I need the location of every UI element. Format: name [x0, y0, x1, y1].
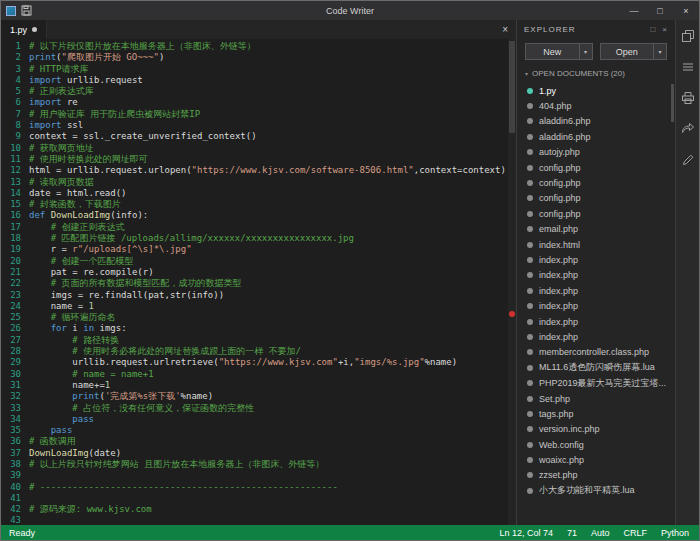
code-line[interactable]: 16def DownLoadImg(info): — [1, 210, 516, 221]
tab-1py[interactable]: 1.py — [1, 20, 47, 39]
file-item[interactable]: 1.py — [517, 83, 675, 98]
code-line[interactable]: 31 name+=1 — [1, 380, 516, 391]
code-line[interactable]: 23 imgs = re.findall(pat,str(info)) — [1, 290, 516, 301]
file-item[interactable]: config.php — [517, 160, 675, 175]
file-item[interactable]: tags.php — [517, 406, 675, 421]
file-item[interactable]: index.php — [517, 329, 675, 344]
open-button-label[interactable]: Open — [601, 44, 654, 59]
file-item[interactable]: woaixc.php — [517, 452, 675, 467]
code-line[interactable]: 11# 使用时替换此处的网址即可 — [1, 154, 516, 165]
code-line[interactable]: 43 — [1, 515, 516, 525]
file-item[interactable]: index.php — [517, 314, 675, 329]
maximize-button[interactable]: □ — [647, 1, 673, 20]
code-line[interactable]: 25 # 循环遍历命名 — [1, 312, 516, 323]
file-item[interactable]: aladdin6.php — [517, 114, 675, 129]
code-line[interactable]: 28 # 使用时务必将此处的网址替换成跟上面的一样 不要加/ — [1, 346, 516, 357]
tab-close-icon[interactable]: × — [494, 20, 516, 39]
editor-scrollbar[interactable] — [508, 39, 516, 525]
code-line[interactable]: 26 for i in imgs: — [1, 323, 516, 334]
code-line[interactable]: 2print("爬取图片开始 GO~~~") — [1, 52, 516, 63]
code-line[interactable]: 3# HTTP请求库 — [1, 64, 516, 75]
code-line[interactable]: 41 — [1, 493, 516, 504]
file-item[interactable]: version.inc.php — [517, 422, 675, 437]
code-line[interactable]: 10# 获取网页地址 — [1, 143, 516, 154]
panel-close-icon[interactable]: × — [662, 25, 668, 34]
new-button[interactable]: New ▾ — [525, 43, 593, 60]
file-item[interactable]: zzset.php — [517, 468, 675, 483]
copy-icon[interactable] — [680, 28, 696, 44]
close-button[interactable]: × — [673, 1, 699, 20]
code-line[interactable]: 6import re — [1, 97, 516, 108]
code-line[interactable]: 22 # 页面的所有数据和模型匹配，成功的数据类型 — [1, 278, 516, 289]
status-item[interactable]: Auto — [591, 528, 610, 538]
code-line[interactable]: 13# 读取网页数据 — [1, 177, 516, 188]
code-line[interactable]: 9context = ssl._create_unverified_contex… — [1, 131, 516, 142]
file-item[interactable]: email.php — [517, 222, 675, 237]
code-line[interactable]: 40# ------------------------------------… — [1, 482, 516, 493]
file-name: woaixc.php — [539, 455, 584, 465]
code-line[interactable]: 4import urllib.request — [1, 75, 516, 86]
file-item[interactable]: Web.config — [517, 437, 675, 452]
code-line[interactable]: 20 # 创建一个匹配模型 — [1, 256, 516, 267]
code-line[interactable]: 35 pass — [1, 425, 516, 436]
file-item[interactable]: index.php — [517, 252, 675, 267]
file-item[interactable]: index.php — [517, 268, 675, 283]
save-icon[interactable] — [21, 5, 32, 16]
code-line[interactable]: 17 # 创建正则表达式 — [1, 222, 516, 233]
print-icon[interactable] — [680, 90, 696, 106]
code-line[interactable]: 32 print('完成第%s张下载'%name) — [1, 391, 516, 402]
status-item[interactable]: 71 — [567, 528, 577, 538]
code-line[interactable]: 38# 以上片段只针对纯梦网站 且图片放在本地服务器上（非图床、外链等） — [1, 459, 516, 470]
panel-maximize-icon[interactable]: □ — [650, 25, 656, 34]
code-line[interactable]: 14date = html.read() — [1, 188, 516, 199]
status-item[interactable]: Ln 12, Col 74 — [499, 528, 553, 538]
file-item[interactable]: aladdin6.php — [517, 129, 675, 144]
file-item[interactable]: config.php — [517, 175, 675, 190]
editor-scrollbar-thumb[interactable] — [509, 41, 515, 133]
file-item[interactable]: Set.php — [517, 391, 675, 406]
code-line[interactable]: 12html = urllib.request.urlopen("https:/… — [1, 165, 516, 176]
code-line[interactable]: 30 # name = name+1 — [1, 369, 516, 380]
code-line[interactable]: 37DownLoadImg(date) — [1, 448, 516, 459]
edit-icon[interactable] — [680, 152, 696, 168]
file-item[interactable]: autojy.php — [517, 145, 675, 160]
share-icon[interactable] — [680, 121, 696, 137]
new-button-label[interactable]: New — [526, 44, 579, 59]
code-line[interactable]: 27 # 路径转换 — [1, 335, 516, 346]
code-line[interactable]: 5# 正则表达式库 — [1, 86, 516, 97]
code-line[interactable]: 19 r = r"/uploads[^\s]*\.jpg" — [1, 244, 516, 255]
code-line[interactable]: 39 — [1, 470, 516, 481]
file-item[interactable]: 404.php — [517, 98, 675, 113]
code-editor[interactable]: 1# 以下片段仅图片放在本地服务器上（非图床、外链等）2print("爬取图片开… — [1, 39, 516, 525]
menu-icon[interactable] — [680, 59, 696, 75]
file-item[interactable]: membercontroller.class.php — [517, 345, 675, 360]
new-caret-icon[interactable]: ▾ — [579, 44, 592, 59]
status-item[interactable]: Python — [661, 528, 689, 538]
file-item[interactable]: config.php — [517, 191, 675, 206]
open-button[interactable]: Open ▾ — [600, 43, 668, 60]
code-line[interactable]: 24 name = 1 — [1, 301, 516, 312]
code-line[interactable]: 34 pass — [1, 414, 516, 425]
minimize-button[interactable]: — — [621, 1, 647, 20]
file-item[interactable]: 小大多功能和平精英.lua — [517, 483, 675, 498]
file-item[interactable]: ML11.6透色防闪瞬伤屏幕.lua — [517, 360, 675, 375]
code-line[interactable]: 8import ssl — [1, 120, 516, 131]
status-item[interactable]: CRLF — [623, 528, 647, 538]
file-item[interactable]: index.php — [517, 283, 675, 298]
code-line[interactable]: 1# 以下片段仅图片放在本地服务器上（非图床、外链等） — [1, 41, 516, 52]
file-item[interactable]: config.php — [517, 206, 675, 221]
file-list-scrollbar[interactable] — [671, 84, 674, 122]
code-line[interactable]: 21 pat = re.compile(r) — [1, 267, 516, 278]
open-documents-section[interactable]: ▾ OPEN DOCUMENTS (20) — [517, 66, 675, 82]
file-item[interactable]: index.php — [517, 298, 675, 313]
code-line[interactable]: 7# 用户验证库 用于防止爬虫被网站封禁IP — [1, 109, 516, 120]
code-line[interactable]: 15# 封装函数，下载图片 — [1, 199, 516, 210]
open-caret-icon[interactable]: ▾ — [653, 44, 666, 59]
code-line[interactable]: 33 # 占位符，没有任何意义，保证函数的完整性 — [1, 403, 516, 414]
file-item[interactable]: PHP2019最新大马完美过宝塔... — [517, 375, 675, 390]
code-line[interactable]: 18 # 匹配图片链接 /uploads/allimg/xxxxxx/xxxxx… — [1, 233, 516, 244]
code-line[interactable]: 36# 函数调用 — [1, 436, 516, 447]
code-line[interactable]: 29 urllib.request.urlretrieve("https://w… — [1, 357, 516, 368]
code-line[interactable]: 42# 源码来源: www.kjsv.com — [1, 504, 516, 515]
file-item[interactable]: index.html — [517, 237, 675, 252]
